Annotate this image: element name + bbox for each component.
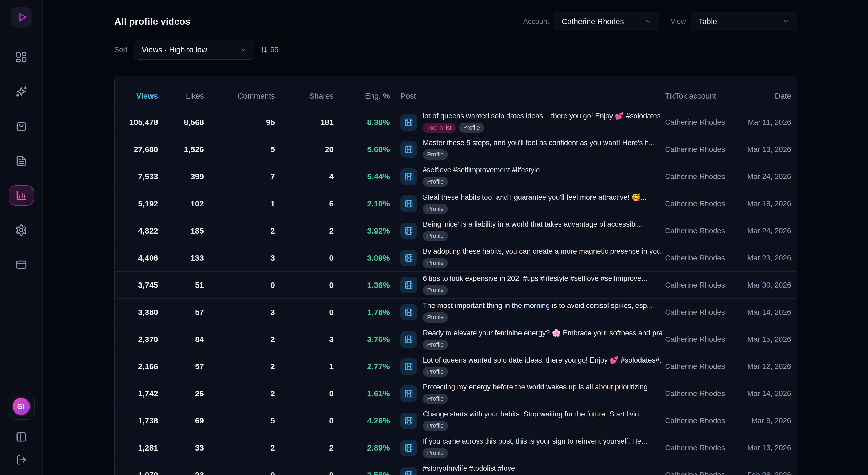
badge-list: Profile — [423, 285, 647, 295]
table-row[interactable]: 4,406 133 3 0 3.09% By adopting these ha… — [115, 244, 797, 271]
sidebar-item-posts[interactable] — [8, 151, 34, 171]
sidebar-item-settings[interactable] — [8, 220, 34, 240]
app-logo[interactable] — [11, 7, 32, 28]
column-header-date[interactable]: Date — [742, 92, 797, 100]
sidebar-item-analytics[interactable] — [8, 185, 34, 205]
page-title: All profile videos — [115, 16, 190, 27]
post-title[interactable]: If you came across this post, this is yo… — [423, 437, 647, 445]
table-row[interactable]: 7,533 399 7 4 5.44% #selflove #selfimpro… — [115, 163, 797, 190]
video-thumbnail-button[interactable] — [400, 440, 417, 456]
sidebar-item-ai-studio[interactable] — [8, 82, 34, 102]
post-title[interactable]: By adopting these habits, you can create… — [423, 247, 662, 256]
post-title[interactable]: Ready to elevate your feminine energy? 🌸… — [423, 329, 662, 337]
video-thumbnail-button[interactable] — [400, 467, 417, 475]
video-thumbnail-button[interactable] — [400, 385, 417, 402]
post-badge: Profile — [423, 340, 448, 350]
sidebar-item-shop[interactable] — [8, 116, 34, 136]
view-select[interactable]: Table — [691, 12, 797, 31]
comments-cell: 2 — [204, 443, 275, 452]
sidebar-item-dashboard[interactable] — [8, 47, 34, 67]
account-select[interactable]: Catherine Rhodes — [554, 12, 659, 31]
video-thumbnail-button[interactable] — [400, 331, 417, 348]
comments-cell: 3 — [204, 308, 275, 317]
sidebar: SI — [0, 0, 42, 475]
badge-list: Profile — [423, 312, 653, 323]
post-title[interactable]: Lot of queens wanted solo date ideas, th… — [423, 356, 662, 365]
views-cell: 2,166 — [115, 362, 158, 371]
video-thumbnail-button[interactable] — [400, 195, 417, 212]
column-header-likes[interactable]: Likes — [158, 92, 204, 100]
post-title[interactable]: Being 'nice' is a liability in a world t… — [423, 220, 643, 228]
video-thumbnail-button[interactable] — [400, 304, 417, 320]
sidebar-nav — [8, 47, 34, 275]
date-cell: Mar 24, 2026 — [742, 227, 797, 235]
engagement-cell: 3.76% — [334, 335, 390, 344]
column-header-eng[interactable]: Eng. % — [334, 92, 390, 100]
play-icon — [16, 12, 27, 23]
table-row[interactable]: 2,370 84 2 3 3.76% Ready to elevate your… — [115, 325, 797, 353]
engagement-cell: 1.61% — [334, 389, 390, 398]
post-title[interactable]: Steal these habits too, and I guarantee … — [423, 193, 646, 201]
video-thumbnail-button[interactable] — [400, 250, 417, 266]
post-title[interactable]: lot of queens wanted solo dates ideas...… — [423, 112, 662, 120]
avatar: SI — [12, 397, 31, 416]
account-cell: Catherine Rhodes — [662, 281, 742, 289]
video-thumbnail-button[interactable] — [400, 168, 417, 185]
post-cell: #selflove #selfimprovement #lifestyle Pr… — [390, 166, 662, 187]
account-cell: Catherine Rhodes — [662, 199, 742, 208]
film-icon — [404, 145, 413, 154]
video-thumbnail-button[interactable] — [400, 277, 417, 293]
date-cell: Mar 30, 2026 — [742, 281, 797, 289]
table-row[interactable]: 1,281 33 2 2 2.89% If you came across th… — [115, 434, 797, 461]
post-cell: lot of queens wanted solo dates ideas...… — [390, 112, 662, 133]
collapse-sidebar-button[interactable] — [16, 432, 27, 443]
table-row[interactable]: 5,192 102 1 6 2.10% Steal these habits t… — [115, 190, 797, 217]
table-row[interactable]: 1,070 23 0 0 2.58% #storyofmylife #todol… — [115, 461, 797, 475]
badge-list: Profile — [423, 231, 643, 241]
post-cell: Being 'nice' is a liability in a world t… — [390, 220, 662, 241]
date-cell: Mar 24, 2026 — [742, 172, 797, 181]
table-row[interactable]: 2,166 57 2 1 2.77% Lot of queens wanted … — [115, 353, 797, 380]
post-title[interactable]: #storyofmylife #todolist #love — [423, 464, 515, 473]
views-cell: 1,070 — [115, 471, 158, 475]
post-title[interactable]: Change starts with your habits. Stop wai… — [423, 410, 645, 418]
post-title[interactable]: The most important thing in the morning … — [423, 302, 653, 310]
table-row[interactable]: 1,742 26 2 0 1.61% Protecting my energy … — [115, 380, 797, 407]
likes-cell: 133 — [158, 253, 204, 262]
film-icon — [404, 362, 413, 371]
logout-icon — [16, 454, 27, 466]
table-row[interactable]: 27,680 1,526 5 20 5.60% Master these 5 s… — [115, 136, 797, 163]
shares-cell: 2 — [275, 226, 334, 235]
column-header-shares[interactable]: Shares — [275, 92, 334, 100]
sidebar-item-billing[interactable] — [8, 255, 34, 275]
post-title[interactable]: Protecting my energy before the world wa… — [423, 383, 654, 391]
video-thumbnail-button[interactable] — [400, 412, 417, 429]
sort-select[interactable]: Views · High to low — [134, 40, 254, 60]
logout-button[interactable] — [16, 454, 27, 466]
table-row[interactable]: 105,478 8,568 95 181 8.38% lot of queens… — [115, 108, 797, 136]
engagement-cell: 1.36% — [334, 281, 390, 290]
dashboard-icon — [15, 51, 27, 63]
column-header-comments[interactable]: Comments — [204, 92, 275, 100]
table-row[interactable]: 4,822 185 2 2 3.92% Being 'nice' is a li… — [115, 217, 797, 244]
video-thumbnail-button[interactable] — [400, 358, 417, 375]
post-title[interactable]: #selflove #selfimprovement #lifestyle — [423, 166, 540, 174]
column-header-views[interactable]: Views — [115, 92, 158, 100]
account-cell: Catherine Rhodes — [662, 254, 742, 262]
video-thumbnail-button[interactable] — [400, 223, 417, 239]
user-menu-button[interactable]: SI — [8, 393, 35, 420]
table-row[interactable]: 3,380 57 3 0 1.78% The most important th… — [115, 298, 797, 325]
likes-cell: 399 — [158, 172, 204, 181]
video-thumbnail-button[interactable] — [400, 114, 417, 131]
column-header-post[interactable]: Post — [390, 92, 662, 100]
column-header-account[interactable]: TikTok account — [662, 92, 742, 100]
table-row[interactable]: 1,738 69 5 0 4.26% Change starts with yo… — [115, 407, 797, 434]
account-cell: Catherine Rhodes — [662, 145, 742, 154]
post-title[interactable]: 6 tips to look expensive in 202. #tips #… — [423, 275, 647, 283]
table-row[interactable]: 3,745 51 0 0 1.36% 6 tips to look expens… — [115, 271, 797, 298]
post-badge: Profile — [423, 231, 448, 241]
post-title[interactable]: Master these 5 steps, and you'll feel as… — [423, 139, 655, 147]
view-select-value: Table — [699, 17, 717, 26]
video-thumbnail-button[interactable] — [400, 141, 417, 158]
post-cell: Change starts with your habits. Stop wai… — [390, 410, 662, 431]
